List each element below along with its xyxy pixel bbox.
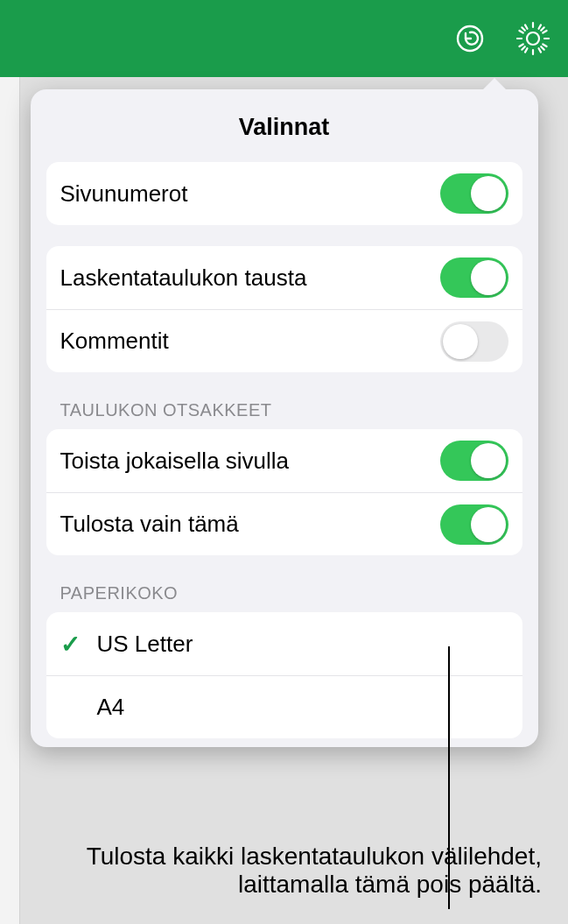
svg-point-1: [527, 32, 539, 45]
toggle-knob: [471, 260, 506, 295]
svg-line-9: [541, 27, 544, 31]
undo-button[interactable]: [451, 19, 489, 58]
section-label-headers: TAULUKON OTSAKKEET: [46, 400, 522, 429]
svg-line-8: [522, 46, 525, 50]
label-us-letter: US Letter: [97, 631, 508, 658]
svg-line-13: [539, 48, 542, 52]
section-label-paper: PAPERIKOKO: [46, 583, 522, 612]
options-popover: Valinnat Sivunumerot Laskentataulukon ta…: [31, 89, 538, 747]
callout-text: Tulosta kaikki laskentataulukon välilehd…: [0, 843, 568, 899]
svg-line-6: [522, 27, 525, 31]
toggle-knob: [443, 324, 478, 359]
row-page-numbers: Sivunumerot: [46, 162, 522, 225]
svg-line-15: [519, 45, 522, 47]
toolbar: [0, 0, 568, 77]
toggle-page-numbers[interactable]: [440, 173, 508, 214]
toggle-knob: [471, 443, 506, 478]
row-comments: Kommentit: [46, 309, 522, 372]
toggle-repeat-headers[interactable]: [440, 441, 508, 481]
toggle-knob: [471, 176, 506, 211]
group-page-numbers: Sivunumerot: [46, 162, 522, 225]
toggle-print-only-this[interactable]: [440, 504, 508, 545]
popover-arrow: [482, 78, 507, 90]
label-print-only-this: Tulosta vain tämä: [60, 511, 440, 538]
sheet-background: Valinnat Sivunumerot Laskentataulukon ta…: [0, 77, 568, 924]
label-page-numbers: Sivunumerot: [60, 180, 440, 208]
toggle-spreadsheet-bg[interactable]: [440, 257, 508, 298]
gear-icon: [515, 20, 551, 57]
label-spreadsheet-bg: Laskentataulukon tausta: [60, 265, 440, 292]
group-headers: Toista jokaisella sivulla Tulosta vain t…: [46, 429, 522, 555]
svg-line-10: [539, 25, 542, 28]
label-repeat-headers: Toista jokaisella sivulla: [60, 448, 440, 475]
svg-line-11: [543, 31, 546, 33]
row-us-letter[interactable]: ✓ US Letter: [46, 612, 522, 675]
svg-line-12: [543, 45, 546, 47]
row-a4[interactable]: A4: [46, 675, 522, 738]
toggle-knob: [471, 507, 506, 542]
label-a4: A4: [97, 694, 508, 721]
settings-button[interactable]: [514, 19, 552, 58]
svg-line-17: [525, 25, 528, 28]
svg-line-14: [525, 48, 528, 52]
row-repeat-headers: Toista jokaisella sivulla: [46, 429, 522, 492]
group-paper-size: ✓ US Letter A4: [46, 612, 522, 738]
svg-line-7: [541, 46, 544, 50]
checkmark-icon: ✓: [60, 630, 97, 659]
group-display: Laskentataulukon tausta Kommentit: [46, 246, 522, 372]
popover-title: Valinnat: [46, 114, 522, 141]
undo-icon: [454, 23, 486, 54]
row-print-only-this: Tulosta vain tämä: [46, 492, 522, 555]
row-spreadsheet-bg: Laskentataulukon tausta: [46, 246, 522, 309]
svg-line-16: [519, 31, 522, 33]
label-comments: Kommentit: [60, 328, 440, 355]
toggle-comments[interactable]: [440, 321, 508, 362]
